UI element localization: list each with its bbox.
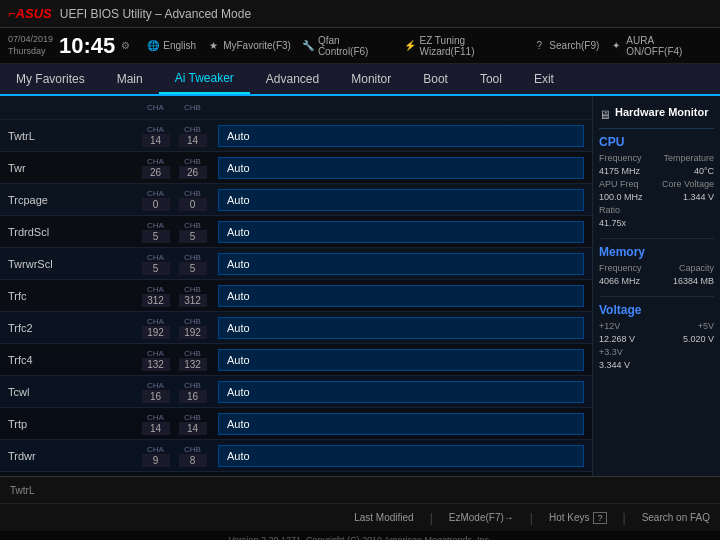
cha-col-label-0: CHA: [147, 125, 164, 134]
nav-advanced[interactable]: Advanced: [250, 64, 335, 94]
row-dropdown-5[interactable]: Auto: [218, 285, 584, 307]
cha-col-label-9: CHA: [147, 413, 164, 422]
row-values-1: CHA 26 CHB 26: [138, 157, 218, 179]
nav-exit[interactable]: Exit: [518, 64, 570, 94]
row-dropdown-4[interactable]: Auto: [218, 253, 584, 275]
row-dropdown-2[interactable]: Auto: [218, 189, 584, 211]
row-dropdown-9[interactable]: Auto: [218, 413, 584, 435]
row-label-0: TwtrL: [8, 130, 138, 142]
cha-val-5: 312: [142, 294, 170, 307]
volt-v33-val-row: 3.344 V: [599, 360, 714, 370]
row-dropdown-1[interactable]: Auto: [218, 157, 584, 179]
search-icon: ?: [532, 39, 546, 53]
ez-mode-label: EzMode(F7)→: [449, 512, 514, 523]
divider-1: |: [430, 511, 433, 525]
chb-val-3: 5: [179, 230, 207, 243]
second-bar: 07/04/2019 Thursday 10:45 ⚙ 🌐 English ★ …: [0, 28, 720, 64]
cpu-freq-value: 4175 MHz: [599, 166, 640, 176]
cpu-apufreq-val-row: 100.0 MHz 1.344 V: [599, 192, 714, 202]
row-values-2: CHA 0 CHB 0: [138, 189, 218, 211]
cha-col-label-6: CHA: [147, 317, 164, 326]
table-row: Trfc4 CHA 132 CHB 132 Auto: [0, 344, 592, 376]
row-dropdown-3[interactable]: Auto: [218, 221, 584, 243]
row-dropdown-10[interactable]: Auto: [218, 445, 584, 467]
cha-col-label-2: CHA: [147, 189, 164, 198]
row-label-8: Tcwl: [8, 386, 138, 398]
row-dropdown-0[interactable]: Auto: [218, 125, 584, 147]
row-dropdown-6[interactable]: Auto: [218, 317, 584, 339]
row-values-4: CHA 5 CHB 5: [138, 253, 218, 275]
settings-icon[interactable]: ⚙: [121, 40, 130, 51]
mem-freq-row: Frequency Capacity: [599, 263, 714, 273]
cha-val-7: 132: [142, 358, 170, 371]
chb-col-label-2: CHB: [184, 189, 201, 198]
cha-val-0: 14: [142, 134, 170, 147]
table-row: TrdrdScl CHA 5 CHB 5 Auto: [0, 216, 592, 248]
divider-3: |: [623, 511, 626, 525]
nav-main[interactable]: Main: [101, 64, 159, 94]
left-panel: CHA CHB TwtrL CHA 14 CHB 14 Auto: [0, 96, 592, 476]
row-label-7: Trfc4: [8, 354, 138, 366]
nav-ai-tweaker[interactable]: Ai Tweaker: [159, 64, 250, 94]
chb-col-label-1: CHB: [184, 157, 201, 166]
row-dropdown-7[interactable]: Auto: [218, 349, 584, 371]
chb-val-4: 5: [179, 262, 207, 275]
nav-tool[interactable]: Tool: [464, 64, 518, 94]
cpu-ratio-val-row: 41.75x: [599, 218, 714, 228]
row-values-3: CHA 5 CHB 5: [138, 221, 218, 243]
breadcrumb-bar: TwtrL: [0, 477, 720, 503]
nav-my-favorites[interactable]: My Favorites: [0, 64, 101, 94]
monitor-icon: 🖥: [599, 108, 611, 122]
qfan-label: Qfan Control(F6): [318, 35, 393, 57]
v12-value: 12.268 V: [599, 334, 635, 344]
chb-val-10: 8: [179, 454, 207, 467]
date-display: 07/04/2019 Thursday: [8, 34, 53, 57]
table-row: Trcpage CHA 0 CHB 0 Auto: [0, 184, 592, 216]
row-label-3: TrdrdScl: [8, 226, 138, 238]
breadcrumb-text: TwtrL: [10, 485, 34, 496]
nav-monitor[interactable]: Monitor: [335, 64, 407, 94]
row-label-5: Trfc: [8, 290, 138, 302]
nav-boot[interactable]: Boot: [407, 64, 464, 94]
row-values-7: CHA 132 CHB 132: [138, 349, 218, 371]
cha-val-2: 0: [142, 198, 170, 211]
time-section: 07/04/2019 Thursday 10:45 ⚙: [8, 33, 130, 59]
volt-v33-label-row: +3.3V: [599, 347, 714, 357]
cha-val-1: 26: [142, 166, 170, 179]
search-action[interactable]: ? Search(F9): [532, 35, 599, 57]
v5-value: 5.020 V: [683, 334, 714, 344]
row-dropdown-8[interactable]: Auto: [218, 381, 584, 403]
cha-col-label-1: CHA: [147, 157, 164, 166]
table-header: CHA CHB: [0, 96, 592, 120]
cha-col-label-3: CHA: [147, 221, 164, 230]
chb-val-8: 16: [179, 390, 207, 403]
volt-v12-val-row: 12.268 V 5.020 V: [599, 334, 714, 344]
eztuning-action[interactable]: ⚡ EZ Tuning Wizard(F11): [403, 35, 523, 57]
row-values-10: CHA 9 CHB 8: [138, 445, 218, 467]
bottom-section: TwtrL Last Modified | EzMode(F7)→ | Hot …: [0, 476, 720, 540]
eztuning-label: EZ Tuning Wizard(F11): [419, 35, 522, 57]
status-bar: Last Modified | EzMode(F7)→ | Hot Keys ?…: [0, 503, 720, 531]
qfan-action[interactable]: 🔧 Qfan Control(F6): [301, 35, 393, 57]
row-label-9: Trtp: [8, 418, 138, 430]
ez-mode-item[interactable]: EzMode(F7)→: [449, 512, 514, 523]
chb-val-7: 132: [179, 358, 207, 371]
table-row: TwtrL CHA 14 CHB 14 Auto: [0, 120, 592, 152]
myfavorite-action[interactable]: ★ MyFavorite(F3): [206, 35, 291, 57]
cpu-ratio-label-row: Ratio: [599, 205, 714, 215]
hot-keys-item[interactable]: Hot Keys ?: [549, 512, 607, 524]
row-label-2: Trcpage: [8, 194, 138, 206]
chb-col-label-6: CHB: [184, 317, 201, 326]
row-label-6: Trfc2: [8, 322, 138, 334]
cha-col-label-8: CHA: [147, 381, 164, 390]
top-bar: ⌐ASUS UEFI BIOS Utility – Advanced Mode: [0, 0, 720, 28]
cpu-apufreq-value: 100.0 MHz: [599, 192, 643, 202]
english-action[interactable]: 🌐 English: [146, 35, 196, 57]
mem-freq-val-row: 4066 MHz 16384 MB: [599, 276, 714, 286]
chb-val-0: 14: [179, 134, 207, 147]
row-label-10: Trdwr: [8, 450, 138, 462]
chb-col-label-10: CHB: [184, 445, 201, 454]
aura-action[interactable]: ✦ AURA ON/OFF(F4): [609, 35, 712, 57]
last-modified-label: Last Modified: [354, 512, 413, 523]
search-faq-item[interactable]: Search on FAQ: [642, 512, 710, 523]
